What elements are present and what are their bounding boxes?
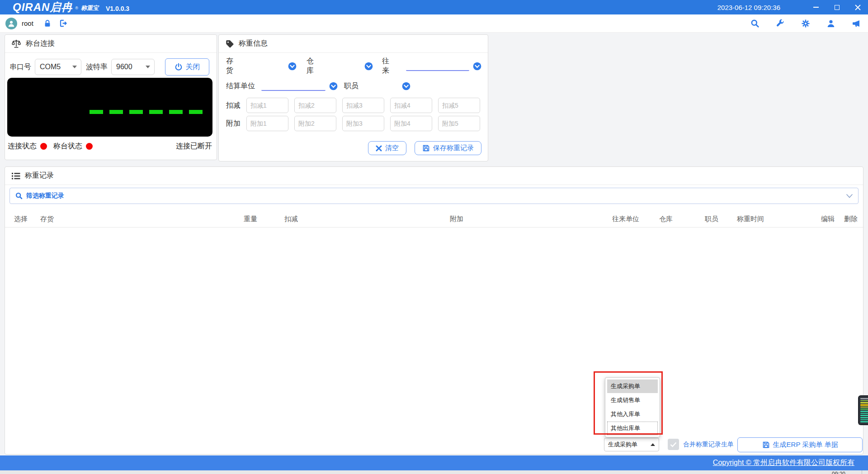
balance-scale-icon — [11, 39, 21, 48]
avatar[interactable] — [5, 18, 17, 29]
baud-rate-label: 波特率 — [86, 62, 108, 72]
extra-input-5[interactable] — [438, 116, 480, 131]
col-edit: 编辑 — [821, 215, 835, 223]
staff-select-button[interactable] — [402, 82, 410, 90]
chevron-down-icon — [846, 194, 853, 198]
megaphone-icon — [852, 19, 861, 28]
logout-icon — [59, 19, 68, 28]
chevron-circle-icon — [402, 82, 410, 90]
copyright-link[interactable]: Copyright © 常州启冉软件有限公司版权所有 — [713, 458, 854, 468]
list-icon — [11, 172, 20, 180]
chevron-circle-icon — [473, 62, 481, 71]
col-staff: 职员 — [705, 215, 718, 223]
current-user: root — [22, 19, 33, 27]
taskbar-clock: 09:20 — [832, 471, 845, 474]
col-select: 选择 — [14, 215, 28, 223]
save-weigh-record-button[interactable]: 保存称重记录 — [415, 141, 481, 155]
datetime-clock: 2023-06-12 09:20:36 — [717, 4, 780, 11]
generate-erp-button[interactable]: 生成ERP 采购单 单据 — [737, 437, 863, 452]
merge-records-checkbox[interactable] — [668, 439, 679, 450]
extra-input-3[interactable] — [342, 116, 384, 131]
minimize-icon — [813, 7, 819, 8]
close-connection-button[interactable]: 关闭 — [165, 58, 209, 76]
deduct-input-4[interactable] — [390, 98, 432, 113]
lock-screen-button[interactable] — [43, 19, 52, 28]
extra-input-2[interactable] — [294, 116, 336, 131]
check-icon — [670, 442, 677, 447]
col-deduct: 扣减 — [284, 215, 298, 223]
led-dashes — [90, 110, 203, 114]
panel-title: 称台连接 — [26, 39, 55, 48]
edge-level-indicator — [858, 395, 868, 425]
minimize-button[interactable] — [806, 0, 826, 14]
filter-records-label: 筛选称重记录 — [26, 192, 64, 200]
partner-input[interactable] — [406, 61, 469, 71]
search-icon — [15, 192, 23, 199]
close-icon — [855, 5, 861, 10]
serial-port-value: COM5 — [40, 63, 61, 71]
col-warehouse: 仓库 — [659, 215, 673, 223]
partner-select-button[interactable] — [473, 62, 481, 71]
registered-mark: ® — [75, 6, 78, 10]
weigh-info-panel: 称重信息 存货 仓库 往来 结算单位 职员 — [218, 34, 488, 161]
deduct-input-5[interactable] — [438, 98, 480, 113]
gear-icon — [801, 19, 810, 28]
serial-port-select[interactable]: COM5 — [35, 59, 81, 75]
chevron-up-icon — [651, 443, 655, 446]
deduct-label: 扣减 — [226, 101, 241, 110]
deduct-input-1[interactable] — [246, 98, 288, 113]
warehouse-label: 仓库 — [307, 57, 321, 76]
footer-bar: Copyright © 常州启冉软件有限公司版权所有 — [0, 455, 868, 470]
deduct-input-2[interactable] — [294, 98, 336, 113]
clear-button[interactable]: 清空 — [368, 141, 406, 155]
user-toolbar: root — [0, 14, 868, 33]
merge-records-checkbox-group[interactable]: 合并称重记录生单 — [668, 439, 734, 450]
dropdown-item-purchase[interactable]: 生成采购单 — [607, 379, 658, 393]
logo-text: QIRAN启冉 — [13, 0, 72, 14]
settle-unit-select-button[interactable] — [329, 82, 338, 90]
scale-status-label: 称台状态 — [53, 142, 82, 151]
baud-rate-select[interactable]: 9600 — [111, 59, 155, 75]
announcement-button[interactable] — [852, 19, 861, 28]
settings-button[interactable] — [801, 19, 810, 28]
taskbar-divider — [862, 470, 862, 474]
logout-button[interactable] — [59, 19, 68, 28]
settle-unit-input[interactable] — [261, 81, 326, 91]
user-icon — [826, 19, 835, 28]
tools-button[interactable] — [776, 19, 785, 28]
generate-type-value: 生成采购单 — [608, 441, 637, 449]
app-version: V1.0.0.3 — [106, 5, 129, 14]
account-button[interactable] — [826, 19, 835, 28]
save-icon — [762, 441, 770, 449]
scale-connection-panel: 称台连接 串口号 COM5 波特率 9600 关闭 — [5, 34, 217, 160]
dropdown-item-sales[interactable]: 生成销售单 — [607, 393, 658, 407]
inventory-select-button[interactable] — [288, 62, 297, 71]
maximize-icon — [835, 5, 840, 10]
col-extra: 附加 — [450, 215, 463, 223]
lock-icon — [43, 19, 52, 28]
merge-records-label: 合并称重记录生单 — [683, 441, 734, 449]
close-window-button[interactable] — [847, 0, 868, 14]
weigh-info-header: 称重信息 — [219, 35, 488, 53]
records-table-header: 选择 存货 重量 扣减 附加 往来单位 仓库 职员 称重时间 编辑 删除 — [5, 210, 864, 228]
search-button[interactable] — [750, 19, 760, 28]
weight-led-display — [7, 78, 212, 137]
link-status-label: 连接状态 — [8, 142, 37, 151]
app-logo: QIRAN启冉 ® 称重宝 V1.0.0.3 — [0, 0, 129, 14]
staff-label: 职员 — [344, 81, 359, 91]
baud-rate-value: 9600 — [116, 63, 132, 71]
filter-records-bar[interactable]: 筛选称重记录 — [9, 188, 859, 204]
deduct-input-3[interactable] — [342, 98, 384, 113]
maximize-button[interactable] — [826, 0, 847, 14]
dropdown-item-other-inbound[interactable]: 其他入库单 — [607, 408, 658, 421]
chevron-circle-icon — [329, 82, 338, 90]
partner-label: 往来 — [382, 57, 396, 76]
dropdown-item-other-outbound[interactable]: 其他出库单 — [607, 422, 658, 435]
warehouse-select-button[interactable] — [364, 62, 373, 71]
generate-type-select[interactable]: 生成采购单 — [604, 438, 659, 451]
chevron-circle-icon — [288, 62, 297, 71]
logo-subtitle: 称重宝 — [81, 4, 99, 14]
extra-input-4[interactable] — [390, 116, 432, 131]
extra-input-1[interactable] — [246, 116, 288, 131]
wrench-icon — [776, 19, 785, 28]
